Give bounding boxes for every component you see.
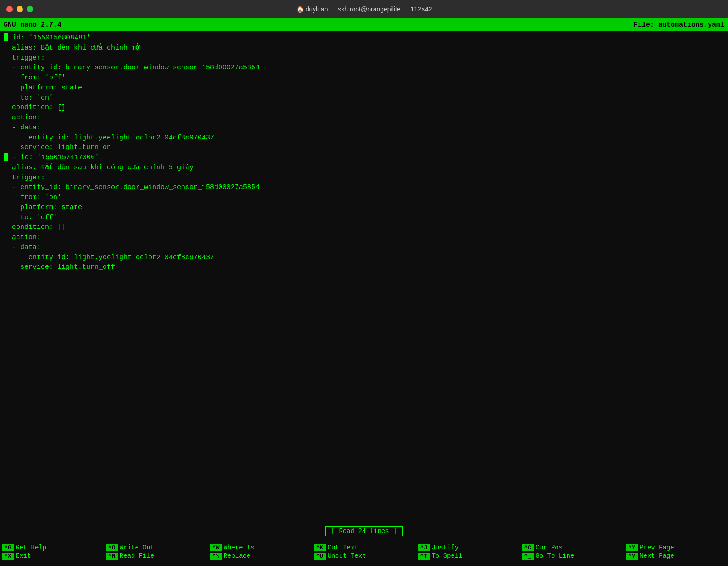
shortcut-item[interactable]: ^JJustify (418, 544, 518, 552)
shortcut-label: To Spell (431, 552, 462, 560)
shortcut-label: Next Page (640, 552, 674, 560)
shortcut-label: Justify (431, 544, 458, 551)
shortcut-column: ^WWhere Is^\Replace (208, 538, 312, 566)
editor-line: id: '1550156808481' (4, 33, 724, 43)
shortcut-item[interactable]: ^KCut Text (314, 544, 414, 552)
editor-line: - data: (4, 123, 724, 133)
shortcut-item[interactable]: ^\Replace (210, 552, 310, 560)
shortcut-key: ^G (2, 544, 14, 551)
shortcut-item[interactable]: ^UUncut Text (314, 552, 414, 560)
line-marker (4, 153, 8, 161)
editor-line: - data: (4, 243, 724, 253)
shortcut-item[interactable]: ^OWrite Out (106, 544, 206, 552)
shortcut-column: ^GGet Help^XExit (0, 538, 104, 566)
title-bar: 🏠 duyluan — ssh root@orangepilite — 112×… (0, 0, 728, 18)
file-name: File: automations.yaml (634, 21, 724, 29)
editor-line: trigger: (4, 53, 724, 63)
status-message: [ Read 24 lines ] (325, 526, 403, 536)
shortcut-label: Read File (120, 552, 154, 560)
window-title: 🏠 duyluan — ssh root@orangepilite — 112×… (296, 6, 432, 13)
shortcut-key: ^U (314, 553, 326, 560)
line-marker (4, 33, 8, 41)
shortcut-label: Write Out (120, 544, 154, 551)
editor-line: - id: '1550157417306' (4, 153, 724, 163)
shortcut-label: Go To Line (535, 552, 574, 560)
editor-line: trigger: (4, 173, 724, 183)
nano-header: GNU nano 2.7.4 File: automations.yaml (0, 18, 728, 31)
editor-line: - entity_id: binary_sensor.door_window_s… (4, 183, 724, 193)
shortcut-key: ^O (106, 544, 118, 551)
shortcut-key: ^J (418, 544, 430, 551)
shortcut-column: ^YPrev Page^VNext Page (624, 538, 728, 566)
editor-line: from: 'on' (4, 193, 724, 203)
shortcut-column: ^JJustify^TTo Spell (416, 538, 520, 566)
shortcut-bar: ^GGet Help^XExit^OWrite Out^RRead File^W… (0, 538, 728, 566)
shortcut-column: ^CCur Pos^_Go To Line (520, 538, 624, 566)
editor-line: action: (4, 233, 724, 243)
shortcut-item[interactable]: ^GGet Help (2, 544, 102, 552)
shortcut-key: ^C (522, 544, 534, 551)
editor-line: action: (4, 113, 724, 123)
editor-line: service: light.turn_on (4, 143, 724, 153)
shortcut-label: Uncut Text (328, 552, 366, 560)
editor-line: from: 'off' (4, 73, 724, 83)
editor-area[interactable]: id: '1550156808481' alias: Bật đèn khi c… (0, 31, 728, 525)
shortcut-key: ^X (2, 553, 14, 560)
editor-line: entity_id: light.yeelight_color2_04cf8c9… (4, 253, 724, 263)
shortcut-key: ^W (210, 544, 222, 551)
editor-line: entity_id: light.yeelight_color2_04cf8c9… (4, 133, 724, 143)
shortcut-item[interactable]: ^RRead File (106, 552, 206, 560)
editor-line: to: 'off' (4, 213, 724, 223)
shortcut-label: Prev Page (640, 544, 674, 551)
minimize-button[interactable] (17, 6, 23, 12)
shortcut-label: Cut Text (328, 544, 358, 551)
shortcut-item[interactable]: ^TTo Spell (418, 552, 518, 560)
editor-line: condition: [] (4, 103, 724, 113)
window-controls (6, 6, 33, 12)
nano-version: GNU nano 2.7.4 (4, 21, 61, 29)
editor-line: platform: state (4, 203, 724, 213)
editor-line: to: 'on' (4, 93, 724, 103)
editor-line: - entity_id: binary_sensor.door_window_s… (4, 63, 724, 73)
shortcut-item[interactable]: ^XExit (2, 552, 102, 560)
status-bar: [ Read 24 lines ] (0, 525, 728, 538)
shortcut-key: ^R (106, 553, 118, 560)
shortcut-key: ^\ (210, 553, 222, 560)
shortcut-item[interactable]: ^CCur Pos (522, 544, 622, 552)
shortcut-label: Get Help (16, 544, 46, 551)
shortcut-column: ^OWrite Out^RRead File (104, 538, 208, 566)
shortcut-label: Cur Pos (535, 544, 563, 551)
shortcut-label: Where Is (224, 544, 254, 551)
shortcut-item[interactable]: ^_Go To Line (522, 552, 622, 560)
shortcut-key: ^Y (626, 544, 638, 551)
shortcut-label: Exit (16, 552, 31, 560)
shortcut-key: ^_ (522, 553, 534, 560)
editor-line: condition: [] (4, 222, 724, 233)
shortcut-key: ^T (418, 553, 430, 560)
editor-line: alias: Tắt đèn sau khi đóng cửa chính 5 … (4, 163, 724, 173)
maximize-button[interactable] (27, 6, 33, 12)
editor-line: alias: Bật đèn khi cửa chính mở (4, 43, 724, 53)
close-button[interactable] (6, 6, 13, 12)
shortcut-key: ^K (314, 544, 326, 551)
editor-line: service: light.turn_off (4, 262, 724, 272)
shortcut-item[interactable]: ^VNext Page (626, 552, 726, 560)
shortcut-key: ^V (626, 553, 638, 560)
shortcut-column: ^KCut Text^UUncut Text (312, 538, 416, 566)
shortcut-label: Replace (224, 552, 251, 560)
shortcut-item[interactable]: ^YPrev Page (626, 544, 726, 552)
editor-line: platform: state (4, 83, 724, 93)
shortcut-item[interactable]: ^WWhere Is (210, 544, 310, 552)
